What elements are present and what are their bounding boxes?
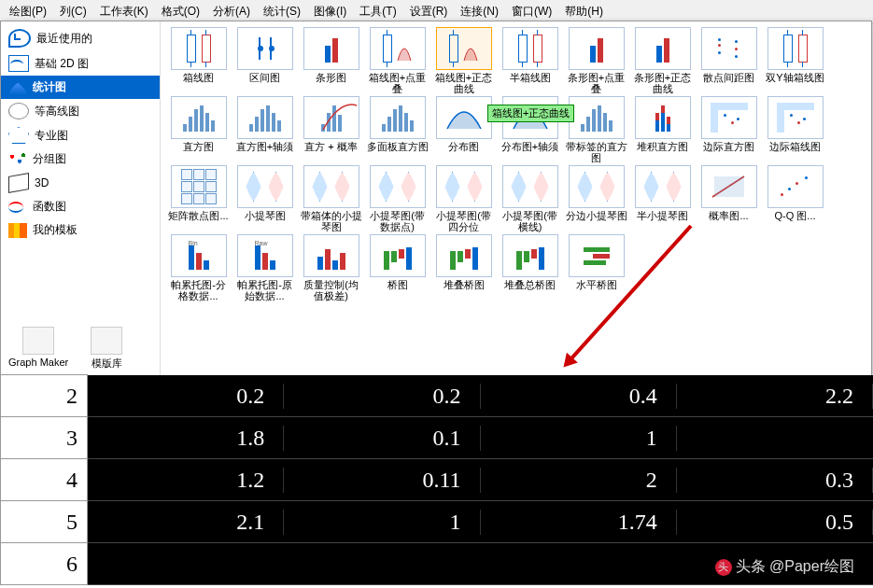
chart-thumb-icon	[767, 165, 824, 208]
table-cell[interactable]: 2.2	[677, 384, 873, 409]
chart-type-bar[interactable]: 条形图	[299, 27, 363, 94]
2d-icon	[8, 55, 29, 72]
category-pro[interactable]: 专业图	[1, 123, 160, 147]
chart-type-violinq[interactable]: 小提琴图(带四分位	[431, 165, 496, 232]
table-cell[interactable]: 1.2	[88, 468, 284, 493]
category-2d[interactable]: 基础 2D 图	[1, 51, 160, 76]
chart-label: 直方图+轴须	[236, 141, 293, 163]
chart-type-bardot[interactable]: 条形图+点重叠	[564, 27, 628, 94]
chart-type-qc[interactable]: 质量控制(均值极差)	[299, 234, 363, 301]
chart-label: 箱线图	[183, 72, 214, 94]
chart-type-box[interactable]: 箱线图	[166, 27, 231, 94]
tool-label: Graph Maker	[8, 357, 68, 368]
table-row: 31.80.11	[0, 417, 873, 459]
menu-item[interactable]: 分析(A)	[207, 2, 256, 21]
category-fn[interactable]: 函数图	[1, 195, 160, 218]
menu-item[interactable]: 工具(T)	[354, 2, 401, 21]
chart-type-qq[interactable]: Q-Q 图...	[763, 165, 827, 232]
category-cont[interactable]: 等高线图	[1, 99, 160, 123]
chart-type-box2y[interactable]: 双Y轴箱线图	[763, 27, 827, 94]
chart-type-violin[interactable]: 小提琴图	[232, 165, 297, 232]
menu-item[interactable]: 图像(I)	[308, 2, 352, 21]
category-stat[interactable]: 统计图	[1, 76, 160, 99]
table-cell[interactable]: 0.5	[677, 510, 873, 535]
chart-thumb-icon	[701, 165, 757, 208]
table-cell[interactable]: 2	[481, 468, 677, 493]
chart-label: 小提琴图(带横线)	[498, 210, 562, 232]
tool-Graph Maker[interactable]: Graph Maker	[8, 327, 68, 371]
chart-label: 帕累托图-原始数据...	[232, 279, 297, 301]
table-cell[interactable]: 0.2	[284, 384, 480, 409]
menu-item[interactable]: 工作表(K)	[94, 2, 154, 21]
row-header[interactable]: 2	[0, 374, 88, 417]
grp-icon	[8, 152, 27, 167]
chart-type-hist[interactable]: 直方图	[166, 96, 231, 163]
menu-item[interactable]: 列(C)	[54, 2, 92, 21]
category-recent[interactable]: 最近使用的	[1, 25, 160, 51]
menu-item[interactable]: 设置(R)	[404, 2, 454, 21]
chart-type-violinmed[interactable]: 小提琴图(带横线)	[498, 165, 562, 232]
chart-gallery: 箱线图区间图条形图箱线图+点重叠箱线图+正态曲线半箱线图条形图+点重叠条形图+正…	[161, 21, 871, 376]
recent-icon	[8, 29, 31, 48]
watermark-text: 头条 @Paper绘图	[736, 557, 854, 577]
category-tpl[interactable]: 我的模板	[1, 218, 160, 242]
chart-type-interval[interactable]: 区间图	[232, 27, 297, 94]
chart-type-histmarg[interactable]: 边际直方图	[697, 96, 761, 163]
table-cell[interactable]: 0.2	[88, 384, 284, 409]
chart-type-histrug[interactable]: 直方图+轴须	[232, 96, 297, 163]
chart-thumb-icon	[635, 96, 691, 139]
table-cell[interactable]: 0.11	[284, 468, 480, 493]
table-cell[interactable]: 0.1	[284, 426, 480, 451]
chart-type-boxdot[interactable]: 箱线图+点重叠	[365, 27, 429, 94]
table-cell[interactable]: 1	[481, 426, 677, 451]
chart-type-barnorm[interactable]: 条形图+正态曲线	[630, 27, 695, 94]
chart-type-bridgetot[interactable]: 堆叠总桥图	[498, 234, 562, 301]
menu-item[interactable]: 格式(O)	[156, 2, 205, 21]
menu-item[interactable]: 连接(N)	[455, 2, 504, 21]
table-cell[interactable]: 1.8	[88, 426, 284, 451]
menu-item[interactable]: 统计(S)	[258, 2, 306, 21]
chart-type-histprob[interactable]: 直方 + 概率	[299, 96, 363, 163]
chart-label: 分边小提琴图	[566, 210, 627, 232]
menu-item[interactable]: 绘图(P)	[4, 2, 52, 21]
chart-thumb-icon	[502, 234, 558, 277]
chart-type-histstk[interactable]: 堆积直方图	[630, 96, 695, 163]
chart-type-bridgestk[interactable]: 堆叠桥图	[431, 234, 496, 301]
menu-item[interactable]: 帮助(H)	[559, 2, 609, 21]
chart-type-dist[interactable]: 分布图	[431, 96, 496, 163]
table-cell[interactable]: 2.1	[88, 510, 284, 535]
category-3d[interactable]: 3D	[1, 171, 160, 195]
chart-type-pareto2[interactable]: Raw帕累托图-原始数据...	[232, 234, 297, 301]
chart-thumb-icon	[171, 165, 227, 208]
row-header[interactable]: 4	[0, 458, 88, 501]
row-header[interactable]: 6	[0, 542, 88, 585]
chart-thumb-icon	[171, 27, 227, 70]
tool-模版库[interactable]: 模版库	[91, 327, 122, 371]
chart-type-matscat[interactable]: 矩阵散点图...	[166, 165, 231, 232]
table-cell[interactable]: 1.74	[481, 510, 677, 535]
chart-type-histpanel[interactable]: 多面板直方图	[365, 96, 429, 163]
table-cell[interactable]: 0.3	[677, 468, 873, 493]
chart-type-violinbox[interactable]: 带箱体的小提琴图	[299, 165, 363, 232]
chart-type-bridgeh[interactable]: 水平桥图	[564, 234, 628, 301]
chart-type-violindot[interactable]: 小提琴图(带数据点)	[365, 165, 429, 232]
chart-type-violinhalf[interactable]: 半小提琴图	[630, 165, 695, 232]
chart-type-halfbox[interactable]: 半箱线图	[498, 27, 562, 94]
chart-thumb-icon	[436, 165, 492, 208]
chart-thumb-icon	[370, 96, 426, 139]
chart-type-violinsplit[interactable]: 分边小提琴图	[564, 165, 628, 232]
chart-type-prob[interactable]: 概率图...	[697, 165, 761, 232]
table-cell[interactable]: 0.4	[481, 384, 677, 409]
chart-type-boxmarg[interactable]: 边际箱线图	[763, 96, 827, 163]
category-grp[interactable]: 分组图	[1, 147, 160, 171]
category-label: 最近使用的	[36, 31, 92, 47]
chart-thumb-icon	[767, 96, 824, 139]
row-header[interactable]: 5	[0, 500, 88, 543]
chart-type-bridge[interactable]: 桥图	[365, 234, 429, 301]
menu-item[interactable]: 窗口(W)	[506, 2, 557, 21]
table-cell[interactable]: 1	[284, 510, 480, 535]
chart-type-scatspace[interactable]: 散点间距图	[697, 27, 761, 94]
chart-type-boxnorm[interactable]: 箱线图+正态曲线	[431, 27, 496, 94]
row-header[interactable]: 3	[0, 416, 88, 459]
chart-type-pareto1[interactable]: Bin帕累托图-分格数据...	[166, 234, 231, 301]
